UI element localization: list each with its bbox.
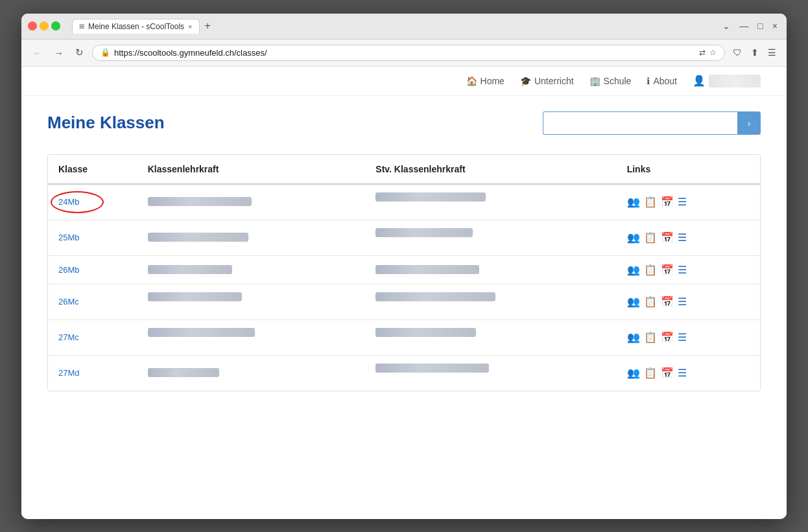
window-close-button[interactable]: × [770, 19, 780, 32]
calendar-icon[interactable]: 📅 [661, 231, 674, 244]
calendar-icon[interactable]: 📅 [661, 331, 674, 343]
unterricht-icon: 🎓 [520, 76, 531, 86]
list-icon[interactable]: ☰ [678, 367, 687, 379]
nav-about-label: About [653, 76, 677, 86]
students-icon[interactable]: 👥 [627, 295, 640, 308]
cell-klasse: 24Mb [48, 184, 137, 220]
stv-name-blurred: ██████ ████████ █ ███ [375, 192, 486, 202]
nav-home-label: Home [481, 76, 505, 86]
toolbar-actions: 🛡 ⬆ ☰ [730, 46, 779, 59]
lehrer-name-blurred: ████████████ ██ ██ [148, 197, 252, 206]
klasse-link[interactable]: 24Mb [58, 197, 80, 207]
document-icon[interactable]: 📋 [644, 367, 657, 379]
close-button[interactable] [28, 21, 37, 30]
students-icon[interactable]: 👥 [627, 231, 640, 244]
reload-button[interactable]: ↻ [72, 45, 87, 60]
search-input[interactable] [543, 111, 737, 135]
maximize-button[interactable] [51, 21, 60, 30]
list-icon[interactable]: ☰ [678, 295, 687, 308]
students-icon[interactable]: 👥 [627, 331, 640, 343]
nav-unterricht[interactable]: 🎓 Unterricht [520, 76, 574, 86]
links-group: 👥📋📅☰ [627, 295, 750, 308]
cell-klasse: 26Mb [48, 255, 137, 284]
col-links: Links [617, 155, 760, 184]
stv-name-blurred: ████ ██████ ██████ [375, 265, 479, 274]
document-icon[interactable]: 📋 [644, 231, 657, 244]
search-button[interactable]: › [737, 111, 761, 135]
cell-links: 👥📋📅☰ [617, 255, 760, 284]
lehrer-name-blurred: ██████ ███ ████ [148, 265, 232, 274]
students-icon[interactable]: 👥 [627, 264, 640, 276]
calendar-icon[interactable]: 📅 [661, 264, 674, 276]
table-row: 27Mc████████ ████ █████ ███████ ████████… [48, 319, 760, 355]
document-icon[interactable]: 📋 [644, 196, 657, 208]
list-icon[interactable]: ☰ [678, 264, 687, 276]
url-input[interactable] [114, 48, 695, 58]
info-icon: ℹ [647, 76, 650, 86]
title-bar-actions: ⌄ — □ × [720, 19, 780, 32]
address-bar[interactable]: 🔒 ⇄ ☆ [92, 45, 725, 61]
menu-icon[interactable]: ☰ [765, 46, 779, 59]
nav-schule-label: Schule [604, 76, 632, 86]
page-content: 🏠 Home 🎓 Unterricht 🏢 Schule ℹ About 👤 [21, 67, 787, 519]
document-icon[interactable]: 📋 [644, 295, 657, 308]
window-minimize-button[interactable]: — [737, 19, 751, 32]
cell-stv: █████ ████████ █ ███ [365, 319, 616, 355]
calendar-icon[interactable]: 📅 [661, 367, 674, 379]
cell-stv: ████ ██████ ██████ [365, 255, 616, 284]
klasse-link[interactable]: 27Md [58, 368, 80, 378]
document-icon[interactable]: 📋 [644, 264, 657, 276]
list-icon[interactable]: ☰ [678, 196, 687, 208]
tab-title: Meine Klassen - sCoolTools [88, 22, 184, 31]
table-row: 24Mb████████████ ██ ████████ ████████ █ … [48, 184, 760, 220]
klasse-link[interactable]: 25Mb [58, 233, 80, 242]
cell-lehrer: ████ █████ ██ [137, 355, 366, 391]
nav-unterricht-label: Unterricht [534, 76, 574, 86]
share-icon[interactable]: ⬆ [748, 46, 761, 59]
table-row: 26Mb██████ ███ ████████ ██████ ██████👥📋📅… [48, 255, 760, 284]
cell-klasse: 25Mb [48, 220, 137, 255]
nav-home[interactable]: 🏠 Home [466, 76, 505, 86]
forward-button[interactable]: → [51, 46, 67, 60]
translate-icon: ⇄ [699, 48, 706, 57]
nav-about[interactable]: ℹ About [647, 76, 677, 86]
table-row: 27Md████ █████ ██████ █████████████ ███👥… [48, 355, 760, 391]
cell-klasse: 26Mc [48, 284, 137, 319]
klasse-link[interactable]: 27Mc [58, 332, 79, 342]
minimize-button[interactable] [40, 21, 49, 30]
browser-window: ⊞ Meine Klassen - sCoolTools × + ⌄ — □ ×… [21, 14, 787, 519]
links-group: 👥📋📅☰ [627, 367, 750, 379]
calendar-icon[interactable]: 📅 [661, 295, 674, 308]
stv-name-blurred: ████████ ████ ███ ██ [375, 228, 473, 237]
tab-bar: ⊞ Meine Klassen - sCoolTools × + [72, 19, 715, 34]
new-tab-button[interactable]: + [202, 20, 213, 32]
cell-klasse: 27Mc [48, 319, 137, 355]
list-icon[interactable]: ☰ [678, 331, 687, 343]
calendar-icon[interactable]: 📅 [661, 196, 674, 208]
tab-list-button[interactable]: ⌄ [720, 19, 733, 32]
students-icon[interactable]: 👥 [627, 196, 640, 208]
nav-user[interactable]: 👤 [693, 75, 761, 87]
main-card: Klasse Klassenlehrkraft Stv. Klassenlehr… [47, 154, 761, 391]
cell-lehrer: ████████████ ██ ██ [137, 184, 366, 220]
page-title: Meine Klassen [47, 113, 165, 133]
klasse-link[interactable]: 26Mb [58, 265, 80, 275]
search-bar: › [543, 111, 761, 135]
links-group: 👥📋📅☰ [627, 264, 750, 276]
window-maximize-button[interactable]: □ [755, 19, 765, 32]
document-icon[interactable]: 📋 [644, 331, 657, 343]
back-button[interactable]: ← [29, 46, 45, 60]
stv-name-blurred: ████ ████ ██████████ ████ [375, 292, 495, 301]
shield-icon[interactable]: 🛡 [730, 46, 744, 59]
toolbar: ← → ↻ 🔒 ⇄ ☆ 🛡 ⬆ ☰ [21, 40, 787, 67]
cell-lehrer: ████████████ ██ ██ [137, 220, 366, 255]
active-tab[interactable]: ⊞ Meine Klassen - sCoolTools × [72, 19, 200, 34]
cell-klasse: 27Md [48, 355, 137, 391]
students-icon[interactable]: 👥 [627, 367, 640, 379]
list-icon[interactable]: ☰ [678, 231, 687, 244]
tab-close-icon[interactable]: × [188, 23, 192, 30]
cell-lehrer: ████████ ████ █████ ██ [137, 319, 366, 355]
nav-schule[interactable]: 🏢 Schule [589, 76, 632, 86]
klasse-link[interactable]: 26Mc [58, 297, 79, 306]
stv-name-blurred: █████ ████████ █ ███ [375, 328, 476, 337]
